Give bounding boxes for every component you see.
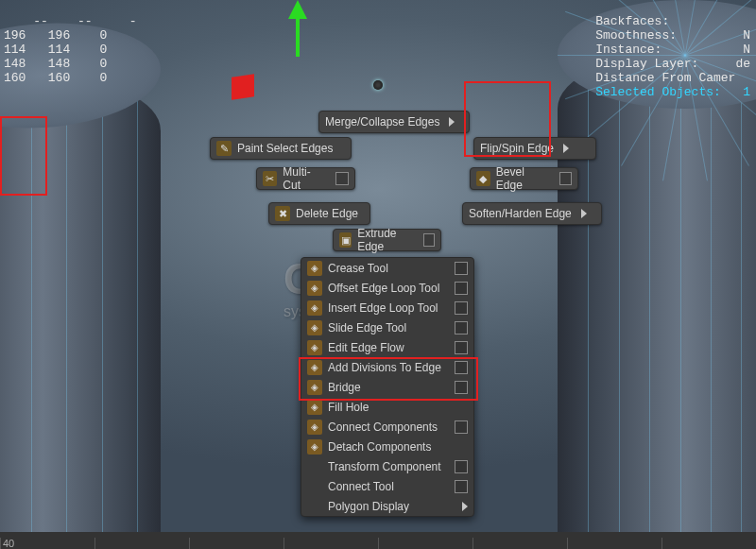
menu-label: Soften/Harden Edge: [469, 207, 572, 220]
menu-label: Delete Edge: [296, 207, 358, 220]
option-box[interactable]: [455, 262, 468, 275]
bridge-icon: ◈: [307, 380, 322, 395]
menu-label: Add Divisions To Edge: [328, 361, 449, 374]
menu-label: Paint Select Edges: [237, 142, 333, 155]
menu-edit-edge-flow[interactable]: ◈ Edit Edge Flow: [301, 337, 473, 357]
menu-extrude-edge[interactable]: ▣ Extrude Edge: [333, 229, 441, 251]
edit-flow-icon: ◈: [307, 340, 322, 355]
chevron-right-icon: [581, 209, 587, 218]
menu-add-divisions-to-edge[interactable]: ◈ Add Divisions To Edge: [301, 357, 473, 377]
menu-label: Detach Components: [328, 440, 468, 454]
insert-loop-icon: ◈: [307, 300, 322, 316]
option-box[interactable]: [455, 381, 468, 394]
option-box[interactable]: [455, 480, 468, 493]
menu-label: Merge/Collapse Edges: [325, 115, 439, 129]
option-box[interactable]: [455, 460, 468, 473]
hud-stats-left: -- -- - 196 196 0 114 114 0 148 148 0 16…: [4, 0, 136, 85]
option-box[interactable]: [455, 321, 468, 335]
menu-multi-cut[interactable]: ✂ Multi-Cut: [256, 167, 355, 190]
menu-label: Slide Edge Tool: [328, 321, 449, 335]
option-box[interactable]: [335, 172, 349, 185]
option-box[interactable]: [455, 361, 468, 374]
menu-label: Flip/Spin Edge: [480, 142, 554, 155]
chevron-right-icon: [449, 117, 455, 127]
offset-loop-icon: ◈: [307, 281, 322, 296]
option-box[interactable]: [455, 420, 468, 434]
slide-icon: ◈: [307, 320, 322, 335]
menu-insert-edge-loop-tool[interactable]: ◈ Insert Edge Loop Tool: [301, 298, 473, 317]
detach-components-icon: ◈: [307, 439, 322, 455]
paint-icon: ✎: [216, 141, 232, 156]
menu-offset-edge-loop-tool[interactable]: ◈ Offset Edge Loop Tool: [301, 278, 473, 298]
fill-hole-icon: ◈: [307, 400, 322, 415]
menu-transform-component[interactable]: Transform Component: [301, 456, 473, 476]
menu-label: Extrude Edge: [357, 227, 414, 253]
menu-label: Edit Edge Flow: [328, 341, 449, 354]
crease-icon: ◈: [307, 261, 322, 276]
option-box[interactable]: [455, 341, 468, 354]
bevel-icon: ◆: [476, 171, 490, 186]
viewport-3d[interactable]: -- -- - 196 196 0 114 114 0 148 148 0 16…: [0, 0, 756, 549]
menu-label: Polygon Display: [328, 500, 456, 513]
menu-label: Connect Components: [328, 420, 449, 434]
extrude-icon: ▣: [339, 232, 352, 248]
hud-row: --: [33, 14, 48, 28]
add-divisions-icon: ◈: [307, 360, 322, 375]
option-box[interactable]: [455, 301, 468, 315]
menu-label: Bridge: [328, 381, 449, 394]
menu-fill-hole[interactable]: ◈ Fill Hole: [301, 397, 473, 417]
chevron-right-icon: [563, 144, 569, 153]
menu-connect-tool[interactable]: Connect Tool: [301, 476, 473, 496]
menu-connect-components[interactable]: ◈ Connect Components: [301, 417, 473, 437]
chevron-right-icon: [462, 502, 468, 511]
menu-merge-collapse-edges[interactable]: Merge/Collapse Edges: [318, 111, 470, 133]
menu-soften-harden-edge[interactable]: Soften/Harden Edge: [462, 202, 602, 225]
menu-polygon-display[interactable]: Polygon Display: [301, 496, 473, 516]
multicut-icon: ✂: [263, 171, 277, 186]
option-box[interactable]: [559, 172, 572, 185]
option-box[interactable]: [423, 233, 435, 247]
menu-bridge[interactable]: ◈ Bridge: [301, 377, 473, 397]
option-box[interactable]: [455, 282, 468, 295]
connect-components-icon: ◈: [307, 420, 322, 435]
menu-label: Crease Tool: [328, 262, 449, 275]
menu-label: Transform Component: [328, 460, 449, 473]
menu-slide-edge-tool[interactable]: ◈ Slide Edge Tool: [301, 317, 473, 337]
transform-gizmo[interactable]: [260, 0, 392, 113]
menu-bevel-edge[interactable]: ◆ Bevel Edge: [470, 167, 578, 190]
menu-detach-components[interactable]: ◈ Detach Components: [301, 437, 473, 456]
menu-label: Insert Edge Loop Tool: [328, 301, 449, 315]
menu-label: Fill Hole: [328, 401, 468, 414]
edge-submenu-panel: ◈ Crease Tool ◈ Offset Edge Loop Tool ◈ …: [301, 257, 474, 517]
delete-icon: ✖: [275, 206, 290, 221]
menu-label: Multi-Cut: [283, 165, 326, 192]
hud-stats-right: Backfaces: Smoothness: N Instance: N Dis…: [595, 0, 750, 99]
menu-delete-edge[interactable]: ✖ Delete Edge: [268, 202, 370, 225]
menu-paint-select-edges[interactable]: ✎ Paint Select Edges: [210, 137, 352, 160]
menu-label: Bevel Edge: [496, 165, 550, 192]
menu-label: Offset Edge Loop Tool: [328, 282, 449, 295]
menu-crease-tool[interactable]: ◈ Crease Tool: [301, 258, 473, 278]
timeline-ruler[interactable]: 40: [0, 532, 756, 549]
menu-flip-spin-edge[interactable]: Flip/Spin Edge: [473, 137, 596, 160]
menu-label: Connect Tool: [328, 480, 449, 493]
cylinder-left: [0, 74, 161, 549]
